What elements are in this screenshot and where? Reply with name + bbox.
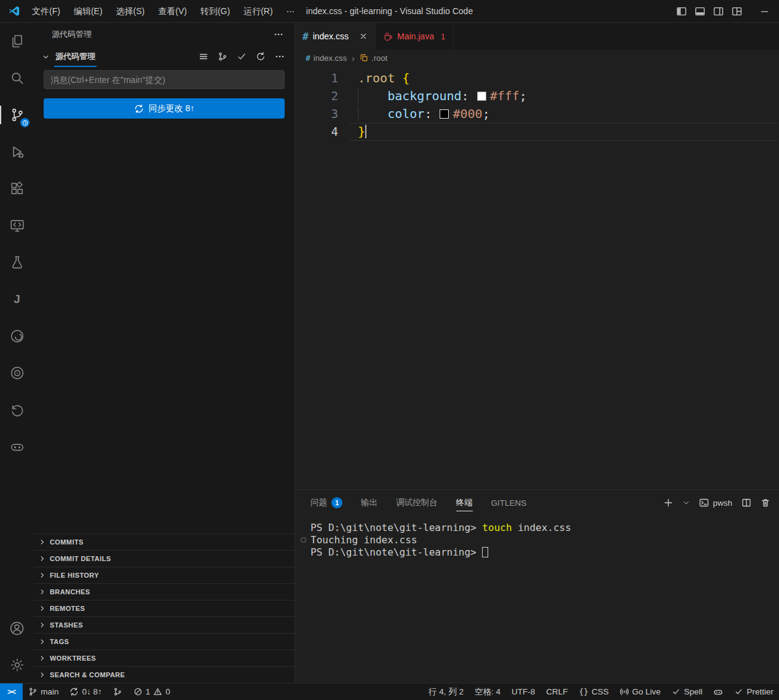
chevron-down-icon[interactable] bbox=[41, 52, 50, 61]
menubar-item[interactable]: 文件(F) bbox=[25, 0, 67, 22]
panel-tab-gitlens[interactable]: GITLENS bbox=[491, 490, 527, 516]
terminal-output[interactable]: PS D:\git\note\git-learning> touch index… bbox=[295, 516, 779, 683]
git-branch-icon bbox=[28, 687, 38, 696]
error-count: 1 bbox=[146, 687, 151, 696]
menubar-item[interactable]: 转到(G) bbox=[194, 0, 237, 22]
code-line[interactable]: 4} bbox=[295, 123, 779, 141]
gradle-icon[interactable] bbox=[0, 318, 34, 355]
gitlens-icon[interactable] bbox=[0, 391, 34, 428]
menubar-item[interactable]: ⋯ bbox=[280, 0, 302, 22]
breadcrumb: # index.css › .root bbox=[295, 50, 779, 66]
sidebar-section-branches[interactable]: BRANCHES bbox=[34, 583, 295, 600]
sync-changes-button[interactable]: 同步更改 8↑ bbox=[44, 98, 285, 119]
branch-status[interactable]: main bbox=[23, 683, 64, 700]
code-editor[interactable]: 1.root {2 background: #fff;3 color: #000… bbox=[295, 66, 779, 489]
minimize-icon[interactable] bbox=[760, 7, 769, 16]
sync-status[interactable]: 0↓ 8↑ bbox=[64, 683, 107, 700]
panel-tab-label: GITLENS bbox=[491, 498, 527, 508]
section-label: BRANCHES bbox=[50, 588, 90, 596]
terminal-instance[interactable]: pwsh bbox=[699, 498, 732, 508]
language-mode-status[interactable]: {} CSS bbox=[574, 683, 614, 700]
sidebar-section-commits[interactable]: COMMITS bbox=[34, 533, 295, 550]
sidebar-section-tags[interactable]: TAGS bbox=[34, 633, 295, 650]
editor-group: # index.css Main.java 1 # index.css › .r… bbox=[295, 23, 779, 683]
sidebar-source-control: 源代码管理 源代码管理 同步更改 8↑ COMMITSCOMMIT DETAIL… bbox=[34, 23, 295, 683]
code-line[interactable]: 2 background: #fff; bbox=[295, 87, 779, 105]
panel-tab-output[interactable]: 输出 bbox=[361, 490, 378, 516]
section-label: TAGS bbox=[50, 638, 69, 645]
sidebar-section-file-history[interactable]: FILE HISTORY bbox=[34, 567, 295, 583]
commit-graph-icon[interactable] bbox=[218, 52, 227, 61]
run-and-debug-icon[interactable] bbox=[0, 133, 34, 170]
remote-indicator[interactable]: >< bbox=[0, 683, 23, 700]
sidebar-section-stashes[interactable]: STASHES bbox=[34, 616, 295, 633]
spell-checker-status[interactable]: Spell bbox=[666, 683, 708, 700]
terminal-profile-dropdown-icon[interactable] bbox=[682, 499, 690, 506]
toggle-panel-icon[interactable] bbox=[695, 6, 705, 17]
split-terminal-icon[interactable] bbox=[741, 498, 751, 508]
scm-section-title[interactable]: 源代码管理 bbox=[54, 46, 97, 67]
cursor-position-status[interactable]: 行 4, 列 2 bbox=[423, 683, 469, 700]
refresh-icon[interactable] bbox=[256, 52, 266, 61]
java-icon[interactable]: J bbox=[0, 281, 34, 318]
scm-actions bbox=[199, 52, 285, 61]
commit-message-input[interactable] bbox=[44, 70, 285, 89]
indentation-status[interactable]: 空格: 4 bbox=[469, 683, 506, 700]
close-icon[interactable] bbox=[359, 32, 368, 41]
extensions-icon[interactable] bbox=[0, 170, 34, 207]
sidebar-section-worktrees[interactable]: WORKTREES bbox=[34, 650, 295, 666]
toggle-secondary-sidebar-icon[interactable] bbox=[713, 6, 724, 17]
code-text: background: #fff; bbox=[358, 88, 527, 103]
color-swatch[interactable] bbox=[477, 92, 486, 101]
chevron-right-icon bbox=[38, 637, 47, 646]
section-label: COMMITS bbox=[50, 538, 84, 546]
panel-tab-debug-console[interactable]: 调试控制台 bbox=[396, 490, 438, 516]
menubar-item[interactable]: 运行(R) bbox=[237, 0, 279, 22]
breadcrumb-symbol[interactable]: .root bbox=[360, 53, 387, 63]
menubar-item[interactable]: 选择(S) bbox=[109, 0, 152, 22]
scm-graph-status[interactable] bbox=[108, 683, 128, 700]
terminal-text: PS D:\git\note\git-learning> bbox=[310, 522, 482, 533]
go-live-status[interactable]: Go Live bbox=[614, 683, 666, 700]
breadcrumb-file[interactable]: # index.css bbox=[306, 53, 347, 63]
new-terminal-icon[interactable] bbox=[663, 498, 673, 508]
remote-explorer-icon[interactable] bbox=[0, 207, 34, 244]
more-actions-icon[interactable] bbox=[275, 52, 285, 61]
sidebar-section-commit-details[interactable]: COMMIT DETAILS bbox=[34, 550, 295, 567]
target-icon[interactable] bbox=[0, 355, 34, 391]
source-control-icon[interactable] bbox=[0, 96, 34, 133]
menubar-item[interactable]: 编辑(E) bbox=[67, 0, 109, 22]
view-as-list-icon[interactable] bbox=[199, 52, 208, 61]
kill-terminal-icon[interactable] bbox=[761, 498, 770, 508]
code-token: : bbox=[462, 88, 476, 103]
panel-tab-problems[interactable]: 问题1 bbox=[310, 490, 342, 516]
panel-tab-label: 输出 bbox=[361, 497, 378, 508]
prettier-status[interactable]: Prettier bbox=[729, 683, 779, 700]
encoding-status[interactable]: UTF-8 bbox=[506, 683, 540, 700]
color-swatch[interactable] bbox=[440, 109, 449, 119]
eol-status[interactable]: CRLF bbox=[540, 683, 573, 700]
tab-main-java[interactable]: Main.java 1 bbox=[376, 23, 453, 50]
sidebar-section-search-compare[interactable]: SEARCH & COMPARE bbox=[34, 666, 295, 683]
more-actions-icon[interactable] bbox=[274, 29, 283, 39]
menubar-item[interactable]: 查看(V) bbox=[151, 0, 194, 22]
panel-tab-terminal[interactable]: 终端 bbox=[456, 490, 473, 516]
code-text: color: #000; bbox=[358, 106, 490, 121]
code-line[interactable]: 1.root { bbox=[295, 69, 779, 87]
tab-index-css[interactable]: # index.css bbox=[295, 23, 376, 50]
commit-check-icon[interactable] bbox=[237, 52, 247, 61]
problems-status[interactable]: 1 0 bbox=[128, 683, 176, 700]
toggle-sidebar-icon[interactable] bbox=[676, 6, 687, 17]
sidebar-section-remotes[interactable]: REMOTES bbox=[34, 600, 295, 616]
customize-layout-icon[interactable] bbox=[732, 6, 742, 17]
copilot-icon[interactable] bbox=[0, 428, 34, 465]
code-line[interactable]: 3 color: #000; bbox=[295, 105, 779, 123]
chevron-right-icon bbox=[38, 604, 47, 613]
explorer-icon[interactable] bbox=[0, 23, 34, 60]
account-icon[interactable] bbox=[0, 610, 34, 647]
testing-icon[interactable] bbox=[0, 244, 34, 281]
settings-gear-icon[interactable] bbox=[0, 647, 34, 683]
copilot-status[interactable] bbox=[708, 683, 729, 700]
panel-actions: pwsh bbox=[663, 498, 770, 508]
search-icon[interactable] bbox=[0, 60, 34, 96]
